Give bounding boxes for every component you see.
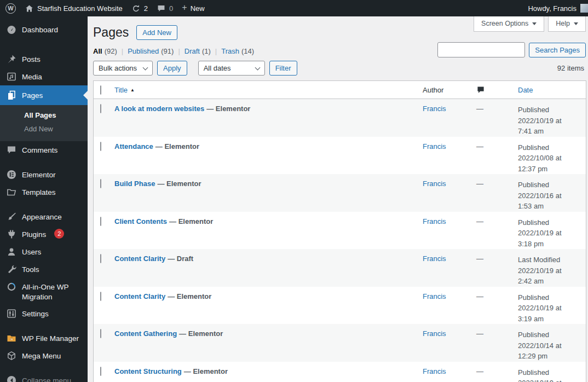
site-link[interactable]: Starfish Education Website [20, 0, 127, 16]
table-row: A look at modern websites— Elementor Fra… [94, 99, 586, 137]
page-title-link[interactable]: A look at modern websites [114, 105, 204, 113]
sidebar-item-wp-file-manager[interactable]: w WP File Manager [0, 329, 88, 347]
table-row: Content Clarity— Elementor Francis — Pub… [94, 287, 586, 325]
bulk-actions-select[interactable]: Bulk actions [93, 61, 153, 76]
date-value: 2022/10/19 at 3:19 am [518, 304, 562, 323]
date-status: Published [518, 293, 549, 302]
row-checkbox[interactable] [100, 292, 101, 301]
page-title: Pages [93, 25, 129, 40]
page-title-link[interactable]: Content Gathering [114, 329, 177, 338]
sidebar-item-collapse-menu[interactable]: Collapse menu [0, 372, 88, 382]
table-row: Attendance— Elementor Francis — Publishe… [94, 137, 586, 175]
comments-column-icon [476, 85, 485, 94]
date-filter-select[interactable]: All dates [198, 61, 265, 76]
comment-count: — [476, 217, 483, 225]
row-checkbox[interactable] [100, 329, 101, 338]
comments-menu[interactable]: 0 [152, 0, 177, 16]
column-header-title[interactable]: Title [114, 86, 128, 94]
filter-button[interactable]: Filter [269, 61, 297, 76]
comment-count: — [476, 292, 483, 300]
date-status: Published [518, 331, 549, 339]
author-link[interactable]: Francis [423, 180, 446, 188]
sidebar-item-posts[interactable]: Posts [0, 50, 88, 68]
help-tab[interactable]: Help [548, 16, 586, 32]
select-all-checkbox[interactable] [100, 85, 101, 95]
sidebar-item-elementor[interactable]: Elementor [0, 166, 88, 183]
search-input[interactable] [437, 42, 525, 57]
row-checkbox[interactable] [100, 367, 101, 376]
filter-count: (1) [202, 47, 211, 55]
add-new-button[interactable]: Add New [136, 25, 177, 40]
page-title-link[interactable]: Content Clarity [114, 254, 165, 263]
author-link[interactable]: Francis [423, 105, 446, 113]
sidebar-item-tools[interactable]: Tools [0, 261, 88, 278]
comment-count: — [476, 142, 483, 151]
table-header-row: Title▲ Author Date [94, 81, 586, 99]
page-title-link[interactable]: Content Clarity [114, 292, 165, 300]
screen-options-label: Screen Options [481, 20, 528, 27]
sidebar-item-plugins[interactable]: Plugins 2 [0, 225, 88, 243]
howdy-account-menu[interactable]: Howdy, Francis [528, 4, 577, 13]
sidebar-item-appearance[interactable]: Appearance [0, 208, 88, 225]
chevron-down-icon [255, 65, 260, 70]
filter-link-draft[interactable]: Draft [185, 47, 200, 55]
author-link[interactable]: Francis [423, 292, 446, 300]
screen-options-tab[interactable]: Screen Options [474, 16, 544, 32]
author-link[interactable]: Francis [423, 367, 446, 375]
sidebar-item-mega-menu[interactable]: Mega Menu [0, 347, 88, 364]
column-header-date[interactable]: Date [518, 86, 533, 94]
sidebar-item-label: Comments [22, 144, 57, 155]
post-state: — Elementor [157, 180, 201, 188]
plugin-icon [6, 229, 17, 240]
author-link[interactable]: Francis [423, 142, 446, 151]
sidebar-item-label: Pages [22, 90, 43, 101]
row-checkbox[interactable] [100, 142, 101, 151]
sidebar-item-label: Users [22, 246, 41, 257]
avatar[interactable] [580, 4, 588, 13]
column-header-author: Author [423, 86, 443, 94]
table-row: Client Contents— Elementor Francis — Pub… [94, 212, 586, 250]
sidebar-item-pages[interactable]: Pages [0, 85, 88, 105]
sidebar-item-label: Templates [22, 187, 56, 198]
table-toolbar: Bulk actions Apply All dates Filter 92 i… [93, 61, 588, 76]
sidebar-item-all-in-one-wp-migration[interactable]: All-in-One WP Migration [0, 278, 88, 305]
row-checkbox[interactable] [100, 217, 101, 226]
page-title-link[interactable]: Attendance [114, 142, 153, 151]
sidebar-item-comments[interactable]: Comments [0, 141, 88, 159]
page-title-link[interactable]: Build Phase [114, 180, 155, 188]
search-pages-button[interactable]: Search Pages [529, 43, 586, 57]
post-state: — Elementor [155, 142, 199, 151]
sidebar-item-settings[interactable]: Settings [0, 305, 88, 322]
filter-link-trash[interactable]: Trash [221, 47, 239, 55]
sidebar-item-media[interactable]: Media [0, 68, 88, 85]
svg-text:w: w [10, 337, 13, 341]
chevron-down-icon [532, 22, 537, 25]
date-value: 2022/10/08 at 12:37 pm [518, 154, 562, 173]
sidebar-item-users[interactable]: Users [0, 243, 88, 261]
submenu-item-all-pages[interactable]: All Pages [0, 108, 88, 122]
comments-count: 0 [169, 4, 173, 13]
submenu-item-add-new[interactable]: Add New [0, 122, 88, 136]
row-checkbox[interactable] [100, 179, 101, 188]
row-checkbox[interactable] [100, 104, 101, 113]
filter-link-all[interactable]: All [93, 47, 102, 55]
home-icon [25, 4, 34, 13]
author-link[interactable]: Francis [423, 329, 446, 338]
author-link[interactable]: Francis [423, 217, 446, 225]
filter-link-published[interactable]: Published [128, 47, 159, 55]
new-content-menu[interactable]: + New [177, 0, 209, 16]
apply-button[interactable]: Apply [157, 61, 187, 76]
page-title-link[interactable]: Client Contents [114, 217, 167, 225]
admin-bar: W Starfish Education Website 2 0 + New H… [0, 0, 588, 16]
wordpress-logo-menu[interactable]: W [1, 0, 20, 16]
cube-icon [6, 350, 17, 361]
sidebar-item-templates[interactable]: Templates [0, 183, 88, 201]
date-status: Published [518, 106, 549, 114]
sidebar-item-dashboard[interactable]: Dashboard [0, 21, 88, 38]
row-checkbox[interactable] [100, 254, 101, 263]
page-title-link[interactable]: Content Structuring [114, 367, 182, 375]
author-link[interactable]: Francis [423, 254, 446, 263]
bulk-actions-value: Bulk actions [99, 64, 137, 72]
settings-icon [6, 308, 17, 319]
updates-menu[interactable]: 2 [127, 0, 152, 16]
